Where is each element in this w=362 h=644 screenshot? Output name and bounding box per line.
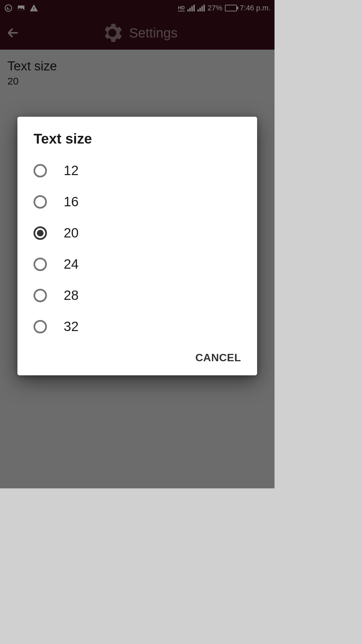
radio-list: 121620242832 xyxy=(17,155,257,342)
radio-icon xyxy=(34,195,47,209)
radio-option-32[interactable]: 32 xyxy=(17,311,257,342)
radio-label: 24 xyxy=(64,257,79,272)
radio-option-16[interactable]: 16 xyxy=(17,186,257,217)
dialog-title: Text size xyxy=(17,131,257,155)
radio-option-24[interactable]: 24 xyxy=(17,249,257,280)
dialog-actions: CANCEL xyxy=(17,342,257,367)
radio-option-20[interactable]: 20 xyxy=(17,217,257,249)
radio-option-12[interactable]: 12 xyxy=(17,155,257,186)
radio-icon xyxy=(34,258,47,271)
cancel-button[interactable]: CANCEL xyxy=(195,352,241,364)
radio-icon xyxy=(34,320,47,333)
radio-icon xyxy=(34,289,47,302)
text-size-dialog: Text size 121620242832 CANCEL xyxy=(17,117,257,375)
radio-label: 32 xyxy=(64,319,79,334)
radio-label: 16 xyxy=(64,194,79,209)
radio-label: 12 xyxy=(64,163,79,178)
radio-icon xyxy=(34,164,47,177)
radio-option-28[interactable]: 28 xyxy=(17,280,257,311)
radio-icon xyxy=(34,226,47,240)
radio-label: 28 xyxy=(64,288,79,303)
radio-label: 20 xyxy=(64,225,79,240)
